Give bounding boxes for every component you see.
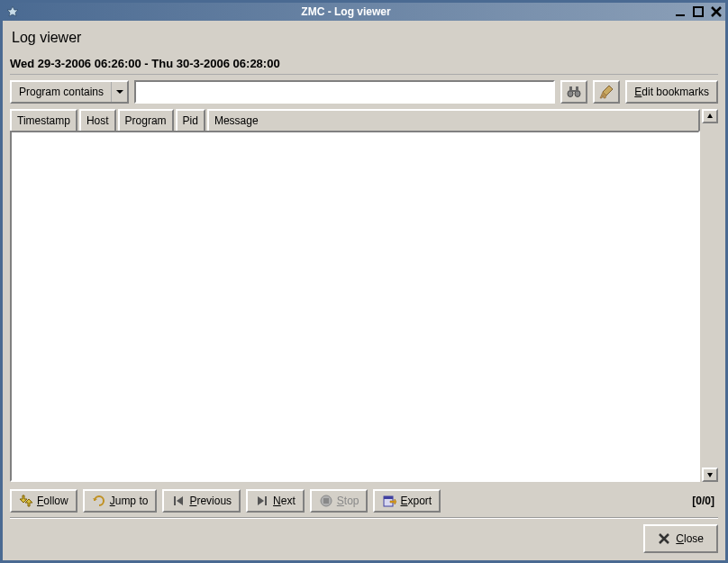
table-area: Timestamp Host Program Pid Message	[10, 109, 700, 482]
stop-icon	[319, 494, 333, 508]
follow-icon	[19, 494, 33, 508]
binoculars-icon	[566, 84, 582, 100]
col-host[interactable]: Host	[79, 109, 116, 132]
close-label: Close	[676, 532, 704, 545]
app-icon	[5, 4, 21, 20]
jump-icon	[92, 494, 106, 508]
svg-rect-4	[569, 86, 572, 92]
titlebar[interactable]: ZMC - Log viewer	[3, 3, 725, 21]
content-area: Log viewer Wed 29-3-2006 06:26:00 - Thu …	[3, 21, 725, 560]
close-button[interactable]: Close	[643, 524, 718, 553]
svg-rect-6	[572, 90, 576, 92]
stop-label: Stop	[337, 495, 359, 507]
svg-rect-10	[323, 498, 329, 504]
maximize-button[interactable]	[690, 5, 706, 19]
status-count: [0/0]	[688, 495, 718, 507]
previous-icon	[171, 494, 186, 508]
filter-mode-label: Program contains	[12, 86, 111, 98]
filter-input[interactable]	[134, 80, 555, 104]
next-button[interactable]: Next	[246, 489, 305, 513]
clear-filter-button[interactable]	[593, 80, 620, 104]
col-message[interactable]: Message	[207, 109, 700, 132]
vertical-scrollbar[interactable]	[702, 109, 718, 482]
stop-button[interactable]: Stop	[310, 489, 369, 513]
export-button[interactable]: Export	[373, 489, 441, 513]
export-label: Export	[400, 495, 432, 507]
svg-rect-7	[174, 496, 176, 505]
close-window-button[interactable]	[708, 5, 724, 19]
svg-rect-1	[694, 7, 703, 16]
filter-row: Program contains	[10, 80, 718, 104]
jump-label: Jump to	[110, 495, 149, 507]
scroll-track[interactable]	[702, 123, 718, 468]
table-body[interactable]	[10, 131, 700, 482]
scroll-up-button[interactable]	[702, 109, 718, 123]
svg-rect-8	[265, 496, 267, 505]
column-headers: Timestamp Host Program Pid Message	[10, 109, 700, 132]
date-range: Wed 29-3-2006 06:26:00 - Thu 30-3-2006 0…	[10, 53, 718, 75]
close-icon	[658, 532, 670, 545]
page-title: Log viewer	[10, 26, 718, 48]
edit-bookmarks-button[interactable]: Edit bookmarks	[625, 80, 718, 104]
toolbar: Follow Jump to Previous	[10, 487, 718, 513]
filter-mode-dropdown[interactable]: Program contains	[10, 80, 129, 104]
jump-to-button[interactable]: Jump to	[83, 489, 158, 513]
svg-rect-5	[576, 86, 578, 92]
minimize-button[interactable]	[672, 5, 688, 19]
follow-label: Follow	[37, 495, 68, 507]
next-icon	[255, 494, 269, 508]
previous-button[interactable]: Previous	[162, 489, 241, 513]
previous-label: Previous	[189, 495, 232, 507]
edit-bookmarks-label: Edit bookmarks	[634, 86, 709, 98]
broom-icon	[598, 84, 614, 100]
svg-rect-0	[676, 14, 685, 16]
chevron-down-icon	[111, 82, 127, 102]
col-timestamp[interactable]: Timestamp	[10, 109, 77, 132]
window-title: ZMC - Log viewer	[21, 5, 671, 18]
col-pid[interactable]: Pid	[176, 109, 205, 132]
next-label: Next	[273, 495, 296, 507]
svg-rect-12	[384, 496, 393, 499]
log-table: Timestamp Host Program Pid Message	[10, 109, 718, 482]
scroll-down-button[interactable]	[702, 468, 718, 482]
export-icon	[382, 494, 396, 508]
app-window: ZMC - Log viewer Log viewer Wed 29-3-200…	[0, 0, 728, 563]
col-program[interactable]: Program	[118, 109, 174, 132]
search-button[interactable]	[560, 80, 587, 104]
bottom-bar: Close	[10, 518, 718, 553]
follow-button[interactable]: Follow	[10, 489, 77, 513]
